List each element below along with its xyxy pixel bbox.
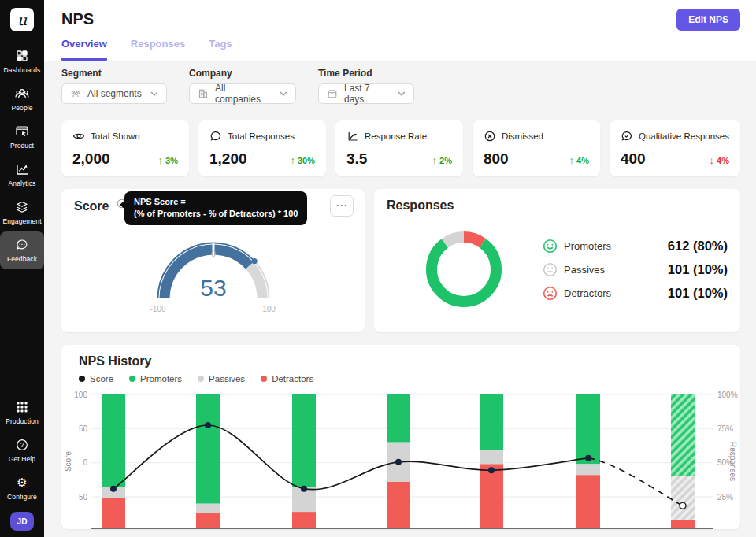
stat-value: 3.5 [346, 150, 367, 168]
score-point[interactable] [205, 422, 211, 428]
history-bar-promoters[interactable] [102, 394, 125, 487]
trend-arrow-icon: ↑ [158, 154, 164, 166]
score-point[interactable] [110, 486, 117, 492]
donut-slice-passives[interactable] [445, 237, 464, 243]
history-bar-promoters[interactable] [671, 394, 695, 476]
score-point[interactable] [301, 486, 307, 492]
donut-slice-promoters[interactable] [432, 243, 496, 302]
gauge-value-text: 53 [200, 275, 226, 301]
history-bar-detractors[interactable] [387, 482, 410, 529]
userpilot-logo[interactable]: u [10, 8, 34, 31]
sidebar-item-label: People [11, 104, 32, 112]
user-avatar[interactable]: JD [10, 512, 34, 531]
score-point[interactable] [395, 459, 402, 465]
legend-item-score[interactable]: Score [79, 374, 113, 383]
dismissed-x-icon [484, 130, 496, 143]
legend-dot [198, 376, 204, 382]
help-glyph: ? [20, 441, 24, 449]
sidebar: u Dashboards People Product Analytics En… [0, 0, 44, 537]
sidebar-item-label: Dashboards [4, 66, 41, 74]
chevron-down-icon [398, 91, 406, 96]
company-select-value: All companies [215, 83, 273, 105]
sidebar-item-people[interactable]: People [0, 80, 44, 118]
score-point[interactable] [585, 455, 591, 461]
history-bar-promoters[interactable] [480, 394, 503, 450]
left-axis-tick: -50 [76, 493, 88, 502]
sidebar-item-engagement[interactable]: Engagement [0, 194, 44, 231]
history-bar-passives[interactable] [576, 464, 600, 475]
sidebar-item-get-help[interactable]: ? Get Help [0, 431, 44, 469]
middle-row: Score ? NPS Score = (% of Promoters - % … [61, 189, 740, 332]
history-bar-detractors[interactable] [292, 512, 316, 529]
tab-tags[interactable]: Tags [209, 38, 232, 61]
people-icon [14, 86, 30, 102]
history-bar-detractors[interactable] [196, 513, 220, 529]
sidebar-item-feedback[interactable]: Feedback [0, 231, 44, 269]
tab-bar: Overview Responses Tags [44, 33, 756, 61]
gauge-arc-empty [249, 265, 261, 298]
company-filter: Company All companies [189, 68, 296, 104]
history-bar-passives[interactable] [480, 450, 503, 464]
gauge-wrapper: -100100053 [74, 220, 352, 314]
stat-delta: ↑30% [290, 154, 315, 166]
left-axis-tick: 50 [79, 424, 88, 433]
sidebar-item-product[interactable]: Product [0, 118, 44, 156]
legend-item-passives[interactable]: Passives [198, 374, 245, 383]
nps-history-card: NPS History Score Promoters Passives Det… [61, 345, 740, 529]
donut-slice-detractors[interactable] [464, 237, 483, 243]
segment-select[interactable]: All segments [61, 83, 167, 104]
legend-row-promoters: Promoters 612 (80%) [543, 239, 728, 254]
score-card-title: Score [74, 199, 109, 213]
sidebar-item-dashboards[interactable]: Dashboards [0, 43, 44, 80]
trend-arrow-icon: ↑ [569, 154, 575, 166]
app-root: u Dashboards People Product Analytics En… [0, 0, 756, 537]
history-bar-promoters[interactable] [196, 394, 220, 504]
score-forecast-point[interactable] [680, 502, 686, 509]
page-header: NPS Edit NPS [44, 0, 756, 33]
sidebar-nav: Dashboards People Product Analytics Enga… [0, 43, 44, 269]
edit-nps-button[interactable]: Edit NPS [676, 9, 740, 31]
history-bar-promoters[interactable] [387, 394, 410, 443]
time-period-select[interactable]: Last 7 days [318, 83, 414, 104]
chevron-down-icon [150, 91, 158, 96]
sidebar-item-analytics[interactable]: Analytics [0, 156, 44, 194]
history-bar-promoters[interactable] [576, 394, 600, 464]
history-bar-detractors[interactable] [102, 498, 125, 529]
stat-card-total-shown: Total Shown 2,000 ↑3% [61, 120, 189, 176]
sidebar-item-configure[interactable]: ⚙ Configure [0, 469, 44, 507]
history-bar-detractors[interactable] [576, 475, 600, 529]
score-point[interactable] [488, 467, 495, 473]
eye-icon [72, 130, 85, 143]
engagement-layers-icon [14, 199, 30, 215]
history-bar-promoters[interactable] [292, 394, 316, 487]
sidebar-item-production[interactable]: Production [0, 394, 44, 431]
history-bar-passives[interactable] [671, 476, 695, 520]
tooltip-line-1: NPS Score = [134, 196, 298, 208]
page-title: NPS [61, 10, 94, 28]
legend-item-detractors[interactable]: Detractors [261, 374, 313, 383]
tab-overview[interactable]: Overview [61, 38, 107, 61]
gauge-mid-label: 0 [211, 250, 216, 258]
production-grid-icon [14, 399, 30, 415]
nps-history-legend: Score Promoters Passives Detractors [79, 374, 740, 383]
score-card-menu-button[interactable]: ⋯ [330, 195, 354, 217]
tab-responses[interactable]: Responses [131, 38, 185, 61]
history-bar-detractors[interactable] [671, 520, 695, 529]
product-window-icon [14, 124, 30, 139]
legend-item-promoters[interactable]: Promoters [129, 374, 182, 383]
responses-donut-chart [420, 225, 508, 313]
history-bar-passives[interactable] [196, 504, 220, 513]
stat-card-dismissed: Dismissed 800 ↑4% [472, 120, 600, 176]
history-bar-detractors[interactable] [480, 464, 503, 529]
nps-history-chart: 100100%5075%050%-5025%ScoreResponses [61, 387, 740, 529]
responses-body: Promoters 612 (80%) Passives 101 (10%) D… [387, 225, 728, 313]
time-period-filter: Time Period Last 7 days [318, 68, 414, 104]
stat-delta: ↓4% [710, 154, 729, 166]
responses-card-title: Responses [387, 198, 454, 213]
content-area: Segment All segments Company All compani… [44, 61, 756, 537]
nps-score-gauge: -100100053 [127, 220, 300, 314]
calendar-icon [327, 88, 338, 99]
company-select[interactable]: All companies [189, 83, 296, 104]
stat-value: 800 [484, 150, 509, 168]
sidebar-item-label: Configure [7, 493, 37, 501]
